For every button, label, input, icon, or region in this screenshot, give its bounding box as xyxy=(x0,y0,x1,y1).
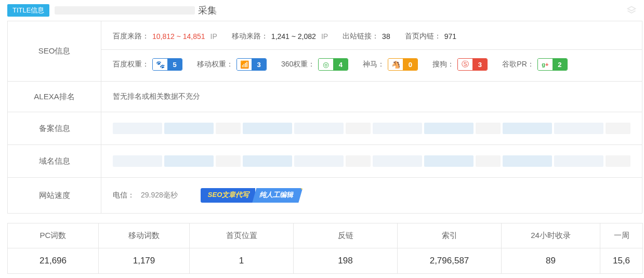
beian-value-row xyxy=(101,112,642,144)
seo-traffic-row: 百度来路 10,812 ~ 14,851 IP 移动来路 1,241 ~ 2,0… xyxy=(101,23,642,50)
alexa-label: ALEXA排名 xyxy=(34,92,74,101)
title-badge: TITLE信息 xyxy=(7,4,49,17)
s360-weight: 360权重 ◎ 4 xyxy=(281,58,348,71)
seo-weights-row: 百度权重 🐾 5 移动权重 📶 3 360权重 ◎ xyxy=(101,50,642,79)
info-table: SEO信息 百度来路 10,812 ~ 14,851 IP 移动来路 1,241… xyxy=(7,21,642,214)
outbound-links: 出站链接 38 xyxy=(343,32,390,41)
s360-weight-label: 360权重 xyxy=(281,60,315,69)
mobile-weight-value: 3 xyxy=(252,59,266,70)
alexa-value-row: 暂无排名或相关数据不充分 xyxy=(101,82,642,112)
seo-ad-banner[interactable]: SEO文章代写 纯人工编辑 xyxy=(201,188,303,203)
hdr-mob: 移动词数 xyxy=(99,223,190,248)
dot-icon xyxy=(301,188,303,190)
hdr-index: 索引 xyxy=(398,223,502,248)
val-back[interactable]: 198 xyxy=(294,248,398,274)
speed-isp-label: 电信 xyxy=(113,191,135,200)
sogou-weight: 搜狗 Ⓢ 3 xyxy=(432,58,488,71)
google-pr: 谷歌PR g+ 2 xyxy=(502,58,567,71)
hdr-pc: PC词数 xyxy=(8,223,99,248)
stats-table: PC词数 移动词数 首页位置 反链 索引 24小时收录 一周 21,696 1,… xyxy=(7,223,643,274)
seo-content-cell: 百度来路 10,812 ~ 14,851 IP 移动来路 1,241 ~ 2,0… xyxy=(101,21,642,82)
speed-value: 29.928毫秒 xyxy=(141,191,178,200)
sogou-weight-label: 搜狗 xyxy=(432,60,454,69)
sogou-icon: Ⓢ xyxy=(458,59,472,70)
alexa-label-cell: ALEXA排名 xyxy=(8,82,101,112)
seo-label-cell: SEO信息 xyxy=(8,21,101,82)
val-home[interactable]: 1 xyxy=(190,248,294,274)
title-suffix: 采集 xyxy=(198,4,217,17)
google-pr-badge[interactable]: g+ 2 xyxy=(537,58,568,71)
homepage-links-label: 首页内链 xyxy=(405,32,441,41)
homepage-links-value[interactable]: 971 xyxy=(444,32,456,41)
shenma-weight-label: 神马 xyxy=(363,60,385,69)
mobile-weight-label: 移动权重 xyxy=(197,60,233,69)
baidu-traffic-label: 百度来路 xyxy=(113,32,149,41)
s360-weight-badge[interactable]: ◎ 4 xyxy=(318,58,348,71)
val-index[interactable]: 2,796,587 xyxy=(398,248,502,274)
s360-weight-value: 4 xyxy=(333,59,348,70)
baidu-traffic: 百度来路 10,812 ~ 14,851 IP xyxy=(113,32,217,41)
google-pr-label: 谷歌PR xyxy=(502,60,534,69)
mobile-weight: 移动权重 📶 3 xyxy=(197,58,267,71)
seo-label: SEO信息 xyxy=(38,46,71,55)
domain-label: 域名信息 xyxy=(39,156,70,165)
beian-content-cell xyxy=(101,112,642,145)
mobile-traffic-label: 移动来路 xyxy=(232,32,268,41)
shenma-weight-value: 0 xyxy=(403,59,417,70)
speed-label-cell: 网站速度 xyxy=(8,178,101,214)
beian-redacted xyxy=(113,123,630,134)
baidu-weight-value: 5 xyxy=(167,59,182,70)
mobile-traffic-unit: IP xyxy=(321,32,328,41)
s360-icon: ◎ xyxy=(319,59,333,70)
hdr-back: 反链 xyxy=(294,223,398,248)
val-mob[interactable]: 1,179 xyxy=(99,248,190,274)
mobile-weight-badge[interactable]: 📶 3 xyxy=(236,58,267,71)
outbound-links-label: 出站链接 xyxy=(343,32,379,41)
mobile-traffic: 移动来路 1,241 ~ 2,082 IP xyxy=(232,32,328,41)
google-icon: g+ xyxy=(538,59,553,70)
hdr-home: 首页位置 xyxy=(190,223,294,248)
mobile-traffic-value[interactable]: 1,241 ~ 2,082 xyxy=(271,32,316,41)
val-24h[interactable]: 89 xyxy=(502,248,600,274)
speed-value-row: 电信 29.928毫秒 SEO文章代写 纯人工编辑 xyxy=(101,178,642,213)
baidu-weight-badge[interactable]: 🐾 5 xyxy=(152,58,182,71)
hdr-24h: 24小时收录 xyxy=(502,223,600,248)
domain-redacted xyxy=(113,155,630,167)
baidu-traffic-value[interactable]: 10,812 ~ 14,851 xyxy=(152,32,205,41)
beian-label-cell: 备案信息 xyxy=(8,112,101,145)
top-bar: TITLE信息 采集 xyxy=(0,0,644,21)
homepage-links: 首页内链 971 xyxy=(405,32,456,41)
shenma-icon: 🐴 xyxy=(388,59,403,70)
shenma-weight-badge[interactable]: 🐴 0 xyxy=(388,58,418,71)
domain-label-cell: 域名信息 xyxy=(8,145,101,178)
seo-ad-banner-a: SEO文章代写 xyxy=(201,188,255,203)
stats-header-row: PC词数 移动词数 首页位置 反链 索引 24小时收录 一周 xyxy=(8,223,643,248)
shenma-weight: 神马 🐴 0 xyxy=(363,58,418,71)
baidu-traffic-unit: IP xyxy=(211,32,217,41)
beian-label: 备案信息 xyxy=(39,124,70,133)
baidu-weight-label: 百度权重 xyxy=(113,60,149,69)
alexa-value: 暂无排名或相关数据不充分 xyxy=(113,92,200,101)
layers-icon[interactable] xyxy=(626,5,637,16)
val-pc[interactable]: 21,696 xyxy=(8,248,99,274)
hdr-week: 一周 xyxy=(600,223,643,248)
stats-value-row: 21,696 1,179 1 198 2,796,587 89 15,6 xyxy=(8,248,643,274)
mobile-icon: 📶 xyxy=(237,59,252,70)
title-redacted xyxy=(55,6,195,15)
baidu-weight: 百度权重 🐾 5 xyxy=(113,58,182,71)
speed-label: 网站速度 xyxy=(39,191,70,200)
domain-content-cell xyxy=(101,145,642,178)
alexa-content-cell: 暂无排名或相关数据不充分 xyxy=(101,82,642,112)
google-pr-value: 2 xyxy=(553,59,567,70)
page-title: 采集 xyxy=(55,4,217,17)
val-week[interactable]: 15,6 xyxy=(600,248,643,274)
baidu-paw-icon: 🐾 xyxy=(153,59,167,70)
domain-value-row xyxy=(101,145,642,177)
sogou-weight-badge[interactable]: Ⓢ 3 xyxy=(457,58,488,71)
seo-ad-banner-b: 纯人工编辑 xyxy=(252,188,303,203)
speed-content-cell: 电信 29.928毫秒 SEO文章代写 纯人工编辑 xyxy=(101,178,642,214)
outbound-links-value[interactable]: 38 xyxy=(382,32,390,41)
sogou-weight-value: 3 xyxy=(472,59,487,70)
